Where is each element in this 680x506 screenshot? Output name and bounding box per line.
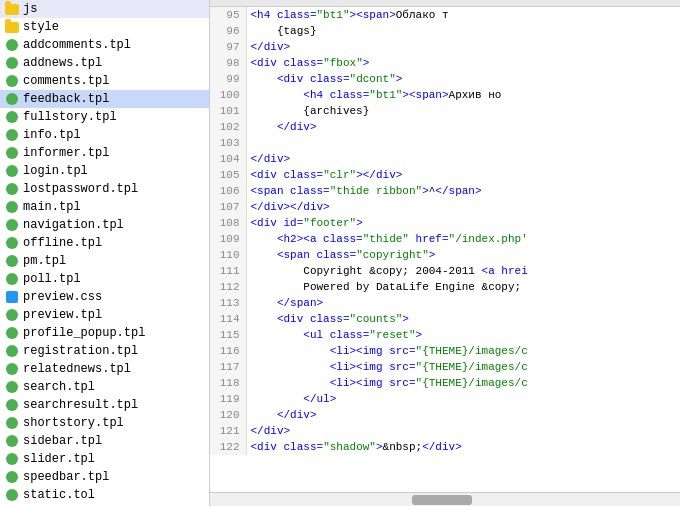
line-content[interactable]: </div>: [246, 151, 680, 167]
code-line: 122<div class="shadow">&nbsp;</div>: [210, 439, 680, 455]
file-item[interactable]: relatednews.tpl: [0, 360, 209, 378]
line-content[interactable]: Copyright &copy; 2004-2011 <a hrei: [246, 263, 680, 279]
file-tree-panel: jsstyleaddcomments.tpladdnews.tplcomment…: [0, 0, 210, 506]
line-number: 106: [210, 183, 246, 199]
file-item[interactable]: comments.tpl: [0, 72, 209, 90]
file-item[interactable]: search.tpl: [0, 378, 209, 396]
file-item[interactable]: offline.tpl: [0, 234, 209, 252]
line-content[interactable]: <span class="copyright">: [246, 247, 680, 263]
line-content[interactable]: <div class="counts">: [246, 311, 680, 327]
file-item[interactable]: addcomments.tpl: [0, 36, 209, 54]
code-line: 105<div class="clr"></div>: [210, 167, 680, 183]
line-content[interactable]: <ul class="reset">: [246, 327, 680, 343]
file-list[interactable]: jsstyleaddcomments.tpladdnews.tplcomment…: [0, 0, 209, 506]
line-number: 100: [210, 87, 246, 103]
file-item[interactable]: shortstory.tpl: [0, 414, 209, 432]
file-item[interactable]: poll.tpl: [0, 270, 209, 288]
line-content[interactable]: <div id="footer">: [246, 215, 680, 231]
horizontal-scrollbar[interactable]: [210, 492, 680, 506]
line-content[interactable]: <h4 class="bt1"><span>Архив но: [246, 87, 680, 103]
tpl-icon: [4, 164, 20, 178]
file-item[interactable]: profile_popup.tpl: [0, 324, 209, 342]
line-content[interactable]: <div class="shadow">&nbsp;</div>: [246, 439, 680, 455]
code-line: 107</div></div>: [210, 199, 680, 215]
line-content[interactable]: <div class="dcont">: [246, 71, 680, 87]
file-item[interactable]: js: [0, 0, 209, 18]
tpl-icon: [4, 182, 20, 196]
line-content[interactable]: <li><img src="{THEME}/images/c: [246, 375, 680, 391]
code-line: 112 Powered by DataLife Engine &copy;: [210, 279, 680, 295]
line-content[interactable]: [246, 135, 680, 151]
tpl-icon: [4, 488, 20, 502]
file-item[interactable]: login.tpl: [0, 162, 209, 180]
tpl-icon: [4, 380, 20, 394]
line-content[interactable]: <h2><a class="thide" href="/index.php': [246, 231, 680, 247]
line-content[interactable]: </span>: [246, 295, 680, 311]
line-content[interactable]: <h4 class="bt1"><span>Облако т: [246, 7, 680, 23]
line-content[interactable]: </ul>: [246, 391, 680, 407]
line-number: 109: [210, 231, 246, 247]
code-line: 117 <li><img src="{THEME}/images/c: [210, 359, 680, 375]
code-line: 101 {archives}: [210, 103, 680, 119]
line-content[interactable]: </div></div>: [246, 199, 680, 215]
file-item[interactable]: lostpassword.tpl: [0, 180, 209, 198]
file-name: preview.css: [23, 290, 102, 304]
file-item[interactable]: static.tol: [0, 486, 209, 504]
file-item[interactable]: main.tpl: [0, 198, 209, 216]
code-line: 116 <li><img src="{THEME}/images/c: [210, 343, 680, 359]
line-number: 122: [210, 439, 246, 455]
code-line: 119 </ul>: [210, 391, 680, 407]
line-number: 104: [210, 151, 246, 167]
line-content[interactable]: <li><img src="{THEME}/images/c: [246, 343, 680, 359]
line-content[interactable]: </div>: [246, 407, 680, 423]
file-item[interactable]: fullstory.tpl: [0, 108, 209, 126]
file-item[interactable]: info.tpl: [0, 126, 209, 144]
file-name: slider.tpl: [23, 452, 95, 466]
code-line: 121</div>: [210, 423, 680, 439]
file-name: offline.tpl: [23, 236, 102, 250]
line-number: 118: [210, 375, 246, 391]
line-content[interactable]: </div>: [246, 119, 680, 135]
file-item[interactable]: registration.tpl: [0, 342, 209, 360]
file-item[interactable]: feedback.tpl: [0, 90, 209, 108]
file-item[interactable]: pm.tpl: [0, 252, 209, 270]
line-content[interactable]: {archives}: [246, 103, 680, 119]
tpl-icon: [4, 326, 20, 340]
line-content[interactable]: <li><img src="{THEME}/images/c: [246, 359, 680, 375]
line-content[interactable]: </div>: [246, 39, 680, 55]
line-content[interactable]: <div class="fbox">: [246, 55, 680, 71]
file-item[interactable]: searchresult.tpl: [0, 396, 209, 414]
code-line: 113 </span>: [210, 295, 680, 311]
line-content[interactable]: <span class="thide ribbon">^</span>: [246, 183, 680, 199]
css-icon: [4, 290, 20, 304]
line-content[interactable]: <div class="clr"></div>: [246, 167, 680, 183]
tpl-icon: [4, 146, 20, 160]
file-item[interactable]: navigation.tpl: [0, 216, 209, 234]
tpl-icon: [4, 470, 20, 484]
file-name: shortstory.tpl: [23, 416, 124, 430]
file-name: info.tpl: [23, 128, 81, 142]
line-number: 119: [210, 391, 246, 407]
code-editor[interactable]: 95<h4 class="bt1"><span>Облако т96 {tags…: [210, 7, 680, 492]
line-number: 107: [210, 199, 246, 215]
file-item[interactable]: sidebar.tpl: [0, 432, 209, 450]
file-item[interactable]: addnews.tpl: [0, 54, 209, 72]
line-content[interactable]: </div>: [246, 423, 680, 439]
scrollbar-thumb: [412, 495, 472, 505]
file-item[interactable]: preview.tpl: [0, 306, 209, 324]
file-item[interactable]: slider.tpl: [0, 450, 209, 468]
file-name: style: [23, 20, 59, 34]
editor-panel: 95<h4 class="bt1"><span>Облако т96 {tags…: [210, 0, 680, 506]
file-item[interactable]: speedbar.tpl: [0, 468, 209, 486]
line-content[interactable]: Powered by DataLife Engine &copy;: [246, 279, 680, 295]
line-number: 120: [210, 407, 246, 423]
file-item[interactable]: informer.tpl: [0, 144, 209, 162]
code-line: 109 <h2><a class="thide" href="/index.ph…: [210, 231, 680, 247]
tpl-icon: [4, 416, 20, 430]
line-number: 113: [210, 295, 246, 311]
file-item[interactable]: style: [0, 18, 209, 36]
file-name: registration.tpl: [23, 344, 138, 358]
line-content[interactable]: {tags}: [246, 23, 680, 39]
tpl-icon: [4, 254, 20, 268]
file-item[interactable]: preview.css: [0, 288, 209, 306]
